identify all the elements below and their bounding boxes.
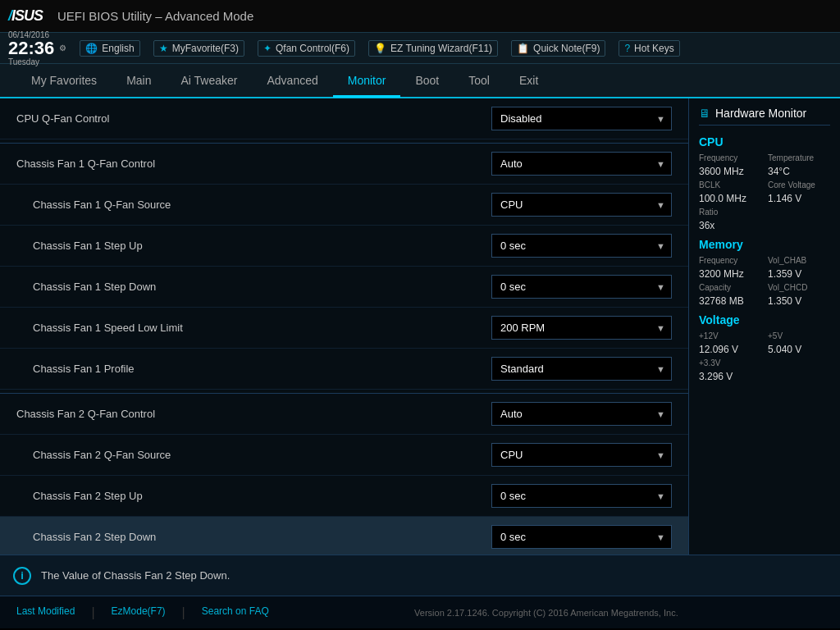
hw-item-label: Frequency — [699, 153, 761, 162]
ez-mode-link[interactable]: EzMode(F7) — [112, 605, 166, 620]
search-faq-link[interactable]: Search on FAQ — [202, 605, 269, 620]
setting-row: Chassis Fan 2 Q-Fan SourceCPU▼ — [0, 435, 688, 476]
nav-item-favorites[interactable]: My Favorites — [16, 66, 112, 98]
setting-row: Chassis Fan 2 Step Down0 sec▼ — [0, 517, 688, 555]
header-title: UEFI BIOS Utility – Advanced Mode — [57, 9, 253, 23]
nav-item-exit[interactable]: Exit — [504, 66, 553, 98]
select-wrapper: CPU▼ — [491, 193, 672, 217]
setting-row: Chassis Fan 1 Step Down0 sec▼ — [0, 267, 688, 308]
hotkeys-button[interactable]: ? Hot Keys — [619, 40, 679, 57]
hw-item-value: 100.0 MHz — [699, 193, 761, 204]
qfan-button[interactable]: ✦ Qfan Control(F6) — [258, 40, 355, 57]
hw-item-value: 3.296 V — [699, 371, 830, 382]
setting-row: Chassis Fan 2 Q-Fan ControlAuto▼ — [0, 393, 688, 435]
hw-item-label: +12V — [699, 331, 761, 340]
setting-select[interactable]: 0 sec — [491, 275, 672, 299]
note-icon: 📋 — [517, 43, 529, 54]
setting-row: Chassis Fan 2 Step Up0 sec▼ — [0, 476, 688, 517]
topbar: 06/14/2016 22:36 ⚙ Tuesday 🌐 English ★ M… — [0, 33, 840, 64]
bottom-bar: Last Modified | EzMode(F7) | Search on F… — [0, 596, 840, 628]
nav-item-advanced[interactable]: Advanced — [252, 66, 332, 98]
hw-item-value: 36x — [699, 220, 830, 231]
monitor-icon: 🖥 — [699, 107, 710, 120]
copyright-text: Version 2.17.1246. Copyright (C) 2016 Am… — [269, 608, 824, 618]
header: /ISUS UEFI BIOS Utility – Advanced Mode — [0, 0, 840, 33]
hw-item-value: 3600 MHz — [699, 166, 761, 177]
hw-item-value: 3200 MHz — [699, 268, 761, 280]
datetime: 06/14/2016 22:36 ⚙ Tuesday — [8, 30, 66, 66]
setting-label: Chassis Fan 1 Q-Fan Control — [16, 158, 155, 170]
quicknote-button[interactable]: 📋 Quick Note(F9) — [511, 40, 605, 57]
info-text: The Value of Chassis Fan 2 Step Down. — [41, 569, 230, 582]
nav-item-monitor[interactable]: Monitor — [333, 66, 401, 98]
hw-item-label: Vol_CHCD — [768, 283, 830, 292]
setting-select[interactable]: Disabled — [491, 107, 672, 130]
select-wrapper: Auto▼ — [491, 152, 672, 176]
nav-item-boot[interactable]: Boot — [400, 66, 454, 98]
setting-label: Chassis Fan 2 Q-Fan Control — [16, 408, 155, 420]
select-wrapper: Disabled▼ — [491, 107, 672, 130]
setting-label: Chassis Fan 1 Profile — [16, 363, 135, 375]
setting-select[interactable]: Auto — [491, 402, 672, 426]
hw-section-title: Voltage — [699, 313, 830, 326]
setting-label: Chassis Fan 2 Q-Fan Source — [16, 449, 171, 461]
hw-item-value: 1.359 V — [768, 268, 830, 280]
hw-item-value: 12.096 V — [699, 344, 761, 355]
setting-row: Chassis Fan 1 Q-Fan ControlAuto▼ — [0, 143, 688, 185]
fan-icon: ✦ — [263, 43, 272, 54]
setting-select[interactable]: 0 sec — [491, 525, 672, 549]
sidebar: 🖥 Hardware Monitor CPUFrequencyTemperatu… — [688, 98, 840, 555]
setting-select[interactable]: CPU — [491, 193, 672, 217]
bottom-links: Last Modified | EzMode(F7) | Search on F… — [16, 605, 269, 620]
select-wrapper: Standard▼ — [491, 357, 672, 381]
nav-item-tool[interactable]: Tool — [454, 66, 504, 98]
language-button[interactable]: 🌐 English — [80, 40, 139, 57]
eztuning-button[interactable]: 💡 EZ Tuning Wizard(F11) — [368, 40, 498, 57]
last-modified-link[interactable]: Last Modified — [16, 605, 75, 620]
hw-item-label: Capacity — [699, 283, 761, 292]
setting-label: Chassis Fan 2 Step Up — [16, 490, 143, 502]
hw-item-label: Ratio — [699, 208, 830, 217]
hw-item-label: Core Voltage — [768, 180, 830, 189]
hotkeys-label: Hot Keys — [634, 43, 674, 54]
main-layout: CPU Q-Fan ControlDisabled▼Chassis Fan 1 … — [0, 98, 840, 555]
hw-item-label: BCLK — [699, 180, 761, 189]
hw-item-label: Temperature — [768, 153, 830, 162]
quicknote-label: Quick Note(F9) — [533, 43, 600, 54]
select-wrapper: 0 sec▼ — [491, 275, 672, 299]
settings-icon[interactable]: ⚙ — [59, 43, 66, 52]
setting-select[interactable]: Standard — [491, 357, 672, 381]
setting-select[interactable]: CPU — [491, 443, 672, 467]
hw-section-title: Memory — [699, 238, 830, 251]
hw-monitor-title: 🖥 Hardware Monitor — [699, 107, 830, 126]
setting-row: Chassis Fan 1 Speed Low Limit200 RPM▼ — [0, 308, 688, 349]
nav-item-aitweaker[interactable]: Ai Tweaker — [166, 66, 252, 98]
setting-select[interactable]: Auto — [491, 152, 672, 176]
nav-bar: My Favorites Main Ai Tweaker Advanced Mo… — [0, 64, 840, 98]
select-wrapper: 0 sec▼ — [491, 484, 672, 508]
eztuning-label: EZ Tuning Wizard(F11) — [390, 43, 492, 54]
hw-item-value: 1.146 V — [768, 193, 830, 204]
hw-item-value: 1.350 V — [768, 295, 830, 307]
hw-section-grid: FrequencyVol_CHAB3200 MHz1.359 VCapacity… — [699, 256, 830, 307]
info-bar: i The Value of Chassis Fan 2 Step Down. — [0, 555, 840, 596]
myfavorite-label: MyFavorite(F3) — [172, 43, 239, 54]
setting-select[interactable]: 0 sec — [491, 234, 672, 258]
nav-item-main[interactable]: Main — [112, 66, 166, 98]
hw-item-label: Frequency — [699, 256, 761, 265]
hw-item-label: +5V — [768, 331, 830, 340]
select-wrapper: CPU▼ — [491, 443, 672, 467]
hw-item-label: Vol_CHAB — [768, 256, 830, 265]
setting-select[interactable]: 0 sec — [491, 484, 672, 508]
language-label: English — [102, 43, 134, 54]
setting-label: CPU Q-Fan Control — [16, 112, 109, 125]
setting-label: Chassis Fan 1 Speed Low Limit — [16, 322, 183, 334]
hotkeys-icon: ? — [624, 43, 630, 54]
info-icon: i — [13, 567, 31, 585]
hw-item-value: 5.040 V — [768, 344, 830, 355]
setting-select[interactable]: 200 RPM — [491, 316, 672, 340]
select-wrapper: Auto▼ — [491, 402, 672, 426]
setting-row: Chassis Fan 1 Q-Fan SourceCPU▼ — [0, 185, 688, 226]
myfavorite-button[interactable]: ★ MyFavorite(F3) — [153, 40, 244, 57]
setting-row: CPU Q-Fan ControlDisabled▼ — [0, 98, 688, 139]
